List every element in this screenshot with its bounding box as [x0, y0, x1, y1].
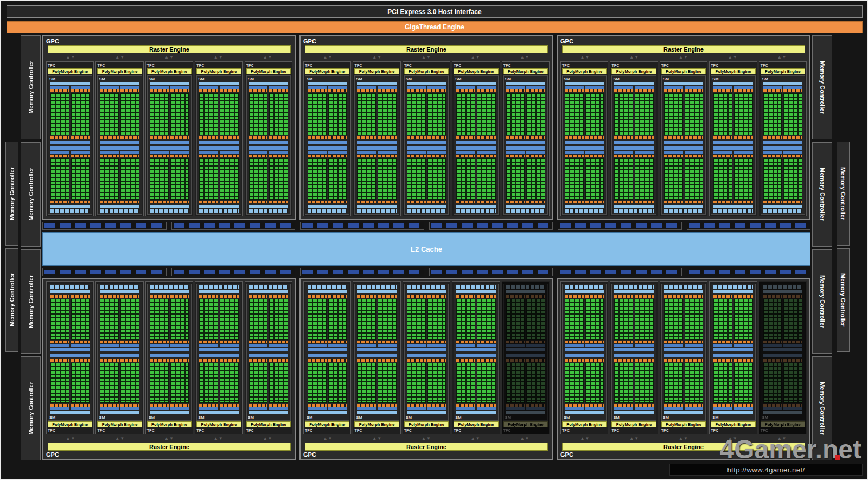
- polymorph-engine-bar: PolyMorph Engine: [454, 421, 498, 427]
- sm-processing-blocks: [763, 295, 802, 347]
- dispatch-unit-row: [565, 404, 584, 407]
- warp-scheduler-bar: [378, 151, 397, 154]
- instruction-cache-bar: [407, 82, 446, 85]
- processing-block: [199, 86, 218, 139]
- processing-block: [199, 359, 218, 411]
- sm-block: SM: [711, 75, 755, 215]
- shared-memory-bar: [565, 205, 604, 208]
- dispatch-unit-row: [220, 89, 239, 92]
- dispatch-unit-row: [664, 404, 683, 407]
- polymorph-engine-bar: PolyMorph Engine: [404, 421, 449, 427]
- warp-scheduler-bar: [50, 86, 69, 89]
- warp-scheduler-bar: [685, 86, 704, 89]
- interconnect-bar: [150, 354, 189, 357]
- shared-memory-bar: [407, 205, 446, 208]
- cuda-core-grid: [685, 158, 704, 200]
- warp-scheduler-bar: [763, 151, 782, 154]
- crossbar-segments: [689, 270, 809, 274]
- dispatch-unit-row: [120, 155, 139, 157]
- sm-processing-blocks: [199, 295, 238, 347]
- dispatch-unit-row: [635, 404, 654, 407]
- crossbar-segments: [560, 270, 680, 274]
- processing-block: [427, 295, 446, 347]
- ldst-sfu-row: [763, 201, 782, 203]
- ldst-sfu-row: [614, 201, 633, 203]
- dispatch-unit-row: [71, 404, 90, 407]
- dispatch-unit-row: [120, 404, 139, 407]
- warp-scheduler-bar: [150, 151, 169, 154]
- processing-block: [220, 295, 239, 347]
- gpc-label: GPC: [303, 451, 550, 458]
- warp-scheduler-bar: [249, 151, 268, 154]
- processing-block: [50, 86, 69, 139]
- interconnect-bar: [249, 348, 288, 351]
- warp-scheduler-bar: [614, 151, 633, 154]
- gpc-label: GPC: [560, 37, 807, 45]
- processing-block: [585, 86, 604, 139]
- processing-block: [585, 295, 604, 347]
- ldst-sfu-row: [100, 295, 119, 298]
- ldst-sfu-row: [170, 201, 189, 203]
- dispatch-unit-row: [50, 155, 69, 157]
- polymorph-engine-bar: PolyMorph Engine: [611, 68, 656, 74]
- dispatch-unit-row: [763, 341, 782, 343]
- cuda-core-grid: [526, 363, 545, 404]
- interconnect-bar: [199, 146, 238, 150]
- processing-block: [220, 151, 239, 204]
- warp-scheduler-bar: [664, 151, 683, 154]
- polymorph-engine-bar: PolyMorph Engine: [761, 421, 805, 427]
- sm-label: SM: [406, 76, 447, 81]
- ldst-sfu-row: [357, 295, 376, 298]
- ldst-sfu-row: [635, 359, 654, 362]
- interconnect-bar: [565, 348, 604, 351]
- texture-unit-row: [456, 209, 495, 213]
- shared-memory-bar: [506, 205, 545, 208]
- warp-scheduler-bar: [506, 86, 525, 89]
- ldst-sfu-row: [308, 295, 327, 298]
- instruction-cache-bar: [407, 411, 446, 414]
- warp-scheduler-bar: [427, 407, 446, 410]
- cuda-core-grid: [734, 158, 753, 200]
- cuda-core-grid: [120, 363, 139, 404]
- ldst-sfu-row: [734, 359, 753, 362]
- processing-block: [565, 359, 584, 411]
- warp-scheduler-bar: [526, 407, 545, 410]
- processing-block: [378, 295, 397, 347]
- processing-block: [565, 151, 584, 204]
- cuda-core-grid: [100, 158, 119, 200]
- memory-controller-column-right-inner: Memory ControllerMemory ControllerMemory…: [812, 35, 832, 460]
- sm-processing-blocks: [614, 151, 653, 204]
- sm-processing-blocks: [308, 359, 347, 411]
- ldst-sfu-row: [477, 359, 496, 362]
- dispatch-unit-row: [506, 341, 525, 343]
- rop-crossbar-strip: [42, 268, 167, 276]
- rop-crossbar-strip: [300, 268, 424, 276]
- ldst-sfu-row: [614, 359, 633, 362]
- processing-block: [565, 295, 584, 347]
- sm-processing-blocks: [456, 86, 495, 139]
- dispatch-unit-row: [614, 404, 633, 407]
- cuda-core-grid: [100, 299, 119, 340]
- cuda-core-grid: [71, 363, 90, 404]
- shared-memory-bar: [664, 205, 703, 208]
- ldst-sfu-row: [199, 136, 218, 139]
- dispatch-unit-row: [357, 341, 376, 343]
- interconnect-bar: [50, 348, 90, 351]
- raster-tpc-arrow-row: ▲▼▲▼▲▼▲▼▲▼: [303, 54, 550, 61]
- ldst-sfu-row: [269, 295, 288, 298]
- ldst-sfu-row: [71, 136, 90, 139]
- dispatch-unit-row: [783, 89, 802, 92]
- dispatch-unit-row: [328, 341, 347, 343]
- interconnect-bar: [763, 354, 802, 357]
- interconnect-bar: [357, 354, 396, 357]
- dispatch-unit-row: [635, 89, 654, 92]
- texture-unit-row: [407, 209, 446, 213]
- cuda-core-grid: [456, 363, 475, 404]
- ldst-sfu-row: [50, 201, 69, 203]
- cuda-core-grid: [170, 158, 189, 200]
- warp-scheduler-bar: [585, 151, 604, 154]
- cuda-core-grid: [427, 93, 446, 135]
- sm-block: SM: [454, 75, 498, 215]
- dispatch-unit-row: [50, 89, 69, 92]
- warp-scheduler-bar: [506, 407, 525, 410]
